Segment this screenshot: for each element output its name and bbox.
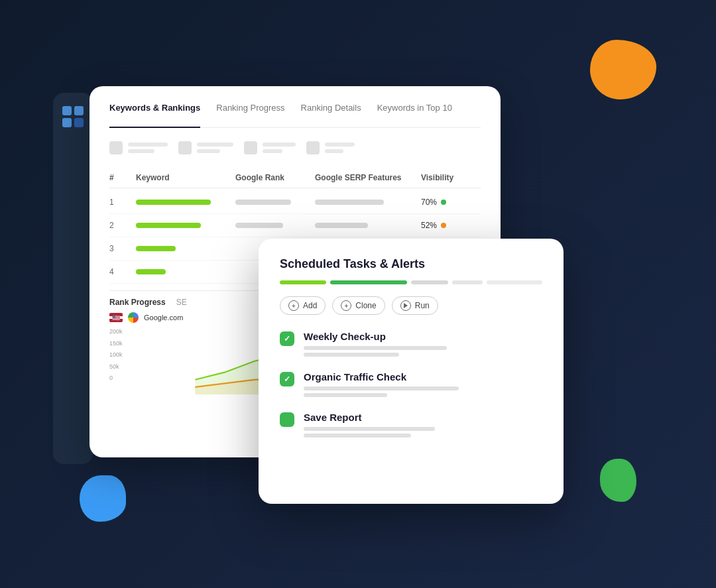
tasks-card-title: Scheduled Tasks & Alerts (280, 257, 542, 271)
task-content-3: Save Report (304, 412, 542, 438)
vis-value-1: 70% (421, 198, 437, 207)
task-content-2: Organic Traffic Check (304, 371, 542, 397)
progress-seg-1 (280, 280, 326, 284)
th-visibility: Visibility (421, 173, 481, 182)
logo-block-2 (74, 106, 84, 115)
task-item-save-report: Save Report (280, 412, 542, 438)
table-row: 2 52% (109, 214, 481, 237)
blob-orange-decoration (590, 40, 656, 99)
rank-bar-2 (235, 223, 283, 228)
se-label: SE (176, 298, 187, 307)
row-keyword-2 (136, 223, 235, 228)
tab-bar: Keywords & Rankings Ranking Progress Ran… (109, 103, 481, 128)
filter-icon-2 (178, 141, 192, 154)
task-checkbox-3[interactable] (280, 412, 294, 427)
run-button[interactable]: Run (392, 296, 438, 315)
logo-block-3 (62, 118, 72, 127)
add-label: Add (303, 301, 317, 310)
row-num-4: 4 (109, 267, 136, 276)
y-label-100k: 100k (109, 351, 123, 358)
keyword-bar-1 (136, 200, 211, 205)
add-icon: + (288, 300, 299, 311)
sidebar (53, 93, 93, 464)
progress-seg-3 (411, 280, 448, 284)
th-keyword: Keyword (136, 173, 235, 182)
filter-line-h (325, 149, 343, 153)
sidebar-logo (62, 106, 84, 127)
task-name-3: Save Report (304, 412, 542, 423)
serp-bar-2 (315, 223, 368, 228)
rank-bar-1 (235, 200, 291, 205)
blob-green-decoration (600, 459, 636, 502)
search-engine-name: Google.com (144, 314, 183, 322)
task-meta-line-1a (304, 346, 447, 350)
table-header: # Keyword Google Rank Google SERP Featur… (109, 168, 481, 188)
task-meta-line-3a (304, 427, 435, 431)
row-visibility-2: 52% (421, 221, 481, 230)
add-button[interactable]: + Add (280, 296, 326, 315)
y-label-50k: 50k (109, 363, 123, 370)
clone-label: Clone (355, 301, 376, 310)
task-item-weekly-checkup: ✓ Weekly Check-up (280, 331, 542, 357)
task-item-organic-traffic: ✓ Organic Traffic Check (280, 371, 542, 397)
row-num-2: 2 (109, 221, 136, 230)
keyword-bar-4 (136, 269, 166, 274)
th-google-rank: Google Rank (235, 173, 315, 182)
keyword-bar-3 (136, 246, 176, 251)
row-serp-2 (315, 223, 421, 228)
task-name-1: Weekly Check-up (304, 331, 542, 342)
task-name-2: Organic Traffic Check (304, 371, 542, 382)
filter-line-c (197, 143, 233, 147)
chart-y-labels: 200k 150k 100k 50k 0 (109, 328, 123, 381)
tab-keywords-top10[interactable]: Keywords in Top 10 (377, 103, 452, 119)
task-meta-line-1b (304, 353, 399, 357)
scheduled-tasks-card: Scheduled Tasks & Alerts + Add + Clone R… (259, 239, 564, 504)
vis-dot-1 (441, 200, 446, 205)
filter-icon-4 (306, 141, 320, 154)
task-checkbox-2[interactable]: ✓ (280, 372, 294, 386)
clone-button[interactable]: + Clone (332, 296, 385, 315)
progress-seg-2 (330, 280, 407, 284)
table-row: 1 70% (109, 191, 481, 214)
row-visibility-1: 70% (421, 198, 481, 207)
y-label-0: 0 (109, 375, 123, 381)
th-serp-features: Google SERP Features (315, 173, 421, 182)
y-label-150k: 150k (109, 340, 123, 347)
row-keyword-4 (136, 269, 235, 274)
checkmark-1: ✓ (284, 334, 290, 343)
run-icon (400, 300, 411, 311)
filter-lines-3 (263, 143, 296, 153)
row-num-3: 3 (109, 244, 136, 253)
row-keyword-3 (136, 246, 235, 251)
progress-seg-4 (452, 280, 483, 284)
filter-icon-1 (109, 141, 123, 154)
task-checkbox-1[interactable]: ✓ (280, 331, 294, 346)
google-g-icon (128, 312, 139, 323)
task-meta-line-2b (304, 393, 387, 397)
progress-seg-5 (487, 280, 542, 284)
row-rank-1 (235, 200, 315, 205)
checkmark-2: ✓ (284, 375, 290, 384)
row-num-1: 1 (109, 198, 136, 207)
row-rank-2 (235, 223, 315, 228)
filter-lines-2 (197, 143, 233, 153)
filter-line-a (128, 143, 168, 147)
filter-line-b (128, 149, 154, 153)
tasks-progress-bar (280, 280, 542, 284)
task-meta-2 (304, 386, 542, 397)
tab-keywords-rankings[interactable]: Keywords & Rankings (109, 103, 200, 128)
tab-ranking-details[interactable]: Ranking Details (301, 103, 361, 119)
clone-icon: + (341, 300, 351, 311)
blob-blue-decoration (80, 475, 126, 522)
serp-bar-1 (315, 200, 384, 205)
task-meta-line-2a (304, 386, 459, 390)
filter-line-f (263, 149, 282, 153)
tasks-actions-row: + Add + Clone Run (280, 296, 542, 315)
filters-row (109, 141, 481, 154)
vis-value-2: 52% (421, 221, 437, 230)
us-flag-icon: 🇺🇸 (109, 313, 123, 322)
filter-lines-1 (128, 143, 168, 153)
filter-line-e (263, 143, 296, 147)
play-icon (404, 303, 408, 308)
tab-ranking-progress[interactable]: Ranking Progress (216, 103, 284, 119)
